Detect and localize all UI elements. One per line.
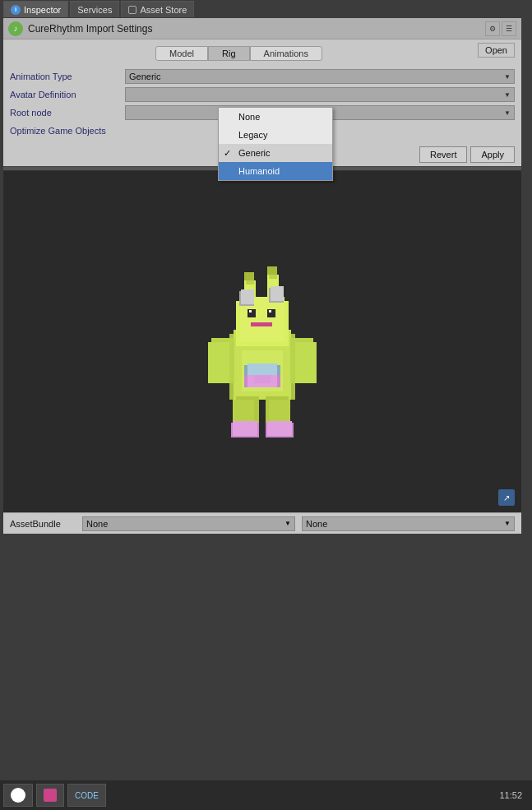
asset-bundle-left-arrow: ▼ — [285, 520, 291, 527]
root-node-label: Root node — [10, 108, 125, 118]
tab-animations-label: Animations — [264, 49, 308, 58]
svg-rect-18 — [241, 289, 254, 304]
tab-asset-store-label: Asset Store — [140, 5, 187, 15]
optimize-objects-label: Optimize Game Objects — [10, 126, 125, 136]
asset-bundle-select-left[interactable]: None ▼ — [82, 516, 295, 531]
asset-bundle-select-right[interactable]: None ▼ — [302, 516, 515, 531]
settings-icon[interactable]: ⚙ — [485, 21, 500, 36]
import-tabs-row: Model Rig Animations — [3, 43, 474, 64]
dropdown-humanoid-label: Humanoid — [238, 166, 280, 176]
taskbar-unity[interactable] — [3, 784, 33, 807]
asset-bundle-value-left: None — [86, 519, 108, 529]
tab-services-label: Services — [77, 5, 112, 15]
revert-button[interactable]: Revert — [419, 146, 467, 163]
svg-rect-9 — [269, 310, 271, 312]
tab-services[interactable]: Services — [70, 1, 119, 17]
tab-model[interactable]: Model — [155, 46, 208, 61]
preview-corner-icon[interactable]: ↗ — [498, 489, 515, 506]
asset-bundle-label: AssetBundle — [10, 519, 76, 529]
header-icons: ⚙ ☰ — [485, 21, 516, 36]
animation-type-row: Animation Type Generic ▼ — [3, 67, 521, 86]
svg-rect-10 — [251, 322, 272, 326]
svg-rect-8 — [249, 310, 252, 312]
svg-rect-27 — [295, 342, 317, 383]
avatar-definition-label: Avatar Definition — [10, 90, 125, 100]
animation-type-label: Animation Type — [10, 72, 125, 81]
root-node-arrow: ▼ — [504, 109, 511, 117]
check-mark-icon: ✓ — [224, 148, 231, 159]
file-icon: ♪ — [8, 21, 23, 36]
animation-type-dropdown[interactable]: Generic ▼ — [125, 69, 515, 84]
taskbar-app2[interactable] — [36, 784, 64, 807]
taskbar-code[interactable]: CODE — [67, 784, 106, 807]
dropdown-option-none[interactable]: None — [219, 108, 332, 126]
tab-animations[interactable]: Animations — [250, 46, 322, 61]
voxel-character — [172, 235, 353, 449]
asset-bundle-right-arrow: ▼ — [504, 520, 511, 527]
tab-inspector[interactable]: i Inspector — [3, 1, 68, 17]
dropdown-option-legacy[interactable]: Legacy — [219, 126, 332, 144]
dropdown-legacy-label: Legacy — [238, 130, 267, 140]
svg-rect-15 — [244, 272, 254, 280]
asset-bundle-row: AssetBundle None ▼ None ▼ — [3, 512, 521, 534]
avatar-dropdown-arrow: ▼ — [504, 91, 511, 99]
animation-type-value: Generic — [129, 72, 161, 81]
svg-rect-33 — [233, 421, 257, 436]
dropdown-option-humanoid[interactable]: Humanoid — [219, 162, 332, 180]
app2-taskbar-icon — [44, 789, 57, 802]
dropdown-option-generic[interactable]: ✓ Generic — [219, 144, 332, 162]
svg-rect-37 — [247, 363, 277, 375]
asset-bundle-value-right: None — [306, 519, 327, 529]
svg-rect-35 — [267, 421, 292, 436]
dropdown-none-label: None — [238, 112, 260, 122]
preview-area: ↗ — [3, 171, 521, 512]
lock-icon — [128, 6, 136, 14]
avatar-definition-control[interactable]: ▼ — [125, 87, 515, 102]
dropdown-arrow-icon: ▼ — [504, 73, 511, 81]
taskbar: CODE 11:52 — [0, 780, 532, 810]
svg-rect-23 — [254, 375, 271, 383]
apply-button[interactable]: Apply — [470, 146, 515, 163]
tab-asset-store[interactable]: Asset Store — [121, 1, 194, 17]
menu-icon[interactable]: ☰ — [502, 21, 516, 36]
open-button[interactable]: Open — [478, 43, 515, 58]
avatar-definition-row: Avatar Definition ▼ — [3, 86, 521, 104]
top-tab-bar: i Inspector Services Asset Store — [0, 0, 532, 18]
tab-inspector-label: Inspector — [24, 5, 61, 15]
svg-rect-25 — [208, 342, 229, 383]
system-clock: 11:52 — [499, 790, 529, 800]
unity-taskbar-icon — [11, 788, 25, 803]
svg-rect-20 — [271, 286, 284, 301]
import-settings-header: ♪ CureRhythm Import Settings ⚙ ☰ — [3, 18, 521, 39]
inspector-icon: i — [11, 5, 21, 15]
dropdown-generic-label: Generic — [238, 148, 271, 158]
tab-model-label: Model — [169, 49, 194, 58]
tab-rig[interactable]: Rig — [208, 46, 250, 61]
import-settings-title: CureRhythm Import Settings — [28, 23, 480, 35]
animation-type-dropdown-menu: None Legacy ✓ Generic Humanoid — [218, 107, 333, 181]
tab-rig-label: Rig — [222, 49, 236, 58]
code-label: CODE — [75, 791, 99, 800]
svg-rect-16 — [267, 266, 277, 275]
